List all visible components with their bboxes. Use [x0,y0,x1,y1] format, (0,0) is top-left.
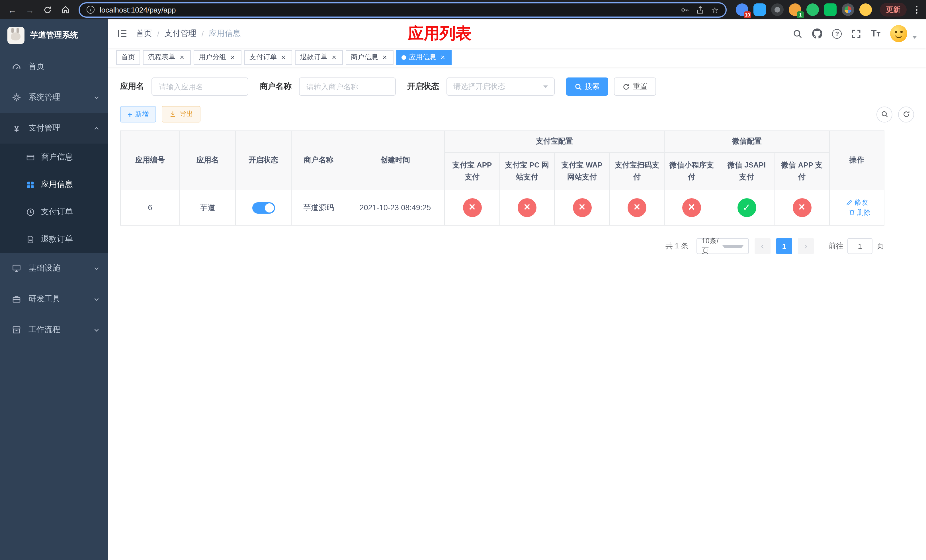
password-key-icon[interactable] [680,5,689,14]
extension-icon[interactable] [842,3,854,16]
tab-merchant-info[interactable]: 商户信息 [346,50,393,65]
sidebar-item-home[interactable]: 首页 [0,51,108,82]
cell-app-name: 芋道 [180,190,236,225]
search-button[interactable]: 搜索 [566,77,608,96]
browser-back-button[interactable]: ← [5,2,20,17]
clock-icon [25,207,35,216]
hamburger-icon[interactable] [117,29,127,38]
table-toolbar: 新增 导出 [120,106,914,123]
config-status-icon [628,198,646,217]
close-icon[interactable] [178,53,186,61]
logo-avatar [8,27,24,44]
sidebar-item-workflow[interactable]: 工作流程 [0,315,108,345]
sidebar-item-label: 支付管理 [29,123,61,133]
extension-icon[interactable] [824,3,837,16]
tab-payment-orders[interactable]: 支付订单 [244,50,292,65]
page-number-button[interactable]: 1 [776,238,792,254]
sidebar-item-system[interactable]: 系统管理 [0,82,108,113]
close-icon[interactable] [381,53,388,61]
chevron-down-icon [722,245,744,248]
help-icon[interactable] [832,29,842,38]
extensions-area: 10 1 [732,3,875,16]
extension-icon[interactable]: 10 [736,3,748,16]
extension-icon[interactable] [859,3,872,16]
browser-menu-button[interactable] [911,2,921,17]
sidebar-item-app-info[interactable]: 应用信息 [0,171,108,198]
extension-icon[interactable] [771,3,784,16]
config-status-icon [737,198,756,217]
avatar-dropdown-caret-icon[interactable] [912,36,917,39]
column-header-wechat-jsapi: 微信 JSAPI 支付 [719,152,774,190]
site-info-icon[interactable] [86,6,95,14]
url-bar[interactable]: localhost:1024/pay/app ☆ [79,2,727,17]
delete-button[interactable]: 删除 [848,207,870,217]
tab-process-form[interactable]: 流程表单 [143,50,191,65]
search-icon[interactable] [793,29,803,38]
goto-page: 前往 页 [829,238,884,254]
breadcrumb-separator: / [157,29,159,38]
page-size-select[interactable]: 10条/页 [696,238,749,254]
edit-button[interactable]: 修改 [846,198,868,207]
tab-app-info[interactable]: 应用信息 [396,50,452,65]
user-avatar[interactable] [890,25,907,42]
goto-suffix-label: 页 [876,241,884,251]
document-icon [25,235,35,244]
app-name-input[interactable] [151,77,248,96]
pagination-total: 共 1 条 [666,241,688,251]
sidebar-item-refund-orders[interactable]: 退款订单 [0,226,108,253]
sidebar-item-payment[interactable]: 支付管理 [0,113,108,144]
close-icon[interactable] [280,53,287,61]
chevron-down-icon [543,85,548,88]
tab-home[interactable]: 首页 [116,50,140,65]
sidebar-item-label: 研发工具 [29,294,61,304]
merchant-name-input[interactable] [299,77,396,96]
sidebar-item-payment-orders[interactable]: 支付订单 [0,198,108,226]
chevron-down-icon [94,265,100,271]
cell-status [236,190,291,225]
status-switch[interactable] [252,202,275,213]
close-icon[interactable] [229,53,236,61]
sidebar-item-merchant-info[interactable]: 商户信息 [0,144,108,171]
browser-forward-button[interactable]: → [22,2,38,17]
browser-reload-button[interactable] [40,2,55,17]
goto-page-input[interactable] [847,238,873,254]
apps-table: 应用编号 应用名 开启状态 商户名称 创建时间 支付宝配置 微信配置 操作 支付… [120,130,884,226]
cell-ops: 修改 删除 [829,190,884,225]
export-button[interactable]: 导出 [162,106,200,123]
share-icon[interactable] [696,5,704,14]
breadcrumb-current: 应用信息 [209,29,241,39]
sidebar-menu: 首页 系统管理 支付管理 [0,51,108,560]
browser-home-button[interactable] [57,2,73,17]
breadcrumb-home[interactable]: 首页 [136,29,152,39]
extension-icon[interactable]: 1 [789,3,801,16]
refresh-table-button[interactable] [898,106,914,122]
column-header-alipay-wap: 支付宝 WAP 网站支付 [554,152,610,190]
extension-icon[interactable] [806,3,819,16]
pagination: 共 1 条 10条/页 1 前往 页 [120,238,884,254]
add-button[interactable]: 新增 [120,106,156,123]
sidebar-item-dev-tools[interactable]: 研发工具 [0,284,108,315]
cell-alipay-qr [610,190,664,225]
config-status-icon [517,198,536,217]
font-size-icon[interactable] [871,29,881,39]
fullscreen-icon[interactable] [852,29,861,38]
reset-button[interactable]: 重置 [614,77,656,96]
bookmark-star-icon[interactable]: ☆ [711,5,719,14]
browser-update-button[interactable]: 更新 [880,3,906,17]
tab-refund-orders[interactable]: 退款订单 [295,50,343,65]
browser-toolbar: ← → localhost:1024/pay/app ☆ 10 [0,0,926,20]
tabs-bar: 首页 流程表单 用户分组 支付订单 [108,48,926,67]
breadcrumb-section[interactable]: 支付管理 [165,29,197,39]
toggle-search-button[interactable] [876,106,893,122]
sidebar-item-infrastructure[interactable]: 基础设施 [0,253,108,284]
extension-badge: 1 [797,11,804,18]
status-label: 开启状态 [407,82,439,92]
close-icon[interactable] [439,53,446,61]
status-select[interactable]: 请选择开启状态 [446,77,555,96]
github-icon[interactable] [813,29,823,39]
extension-icon[interactable] [754,3,766,16]
prev-page-button[interactable] [755,238,770,254]
close-icon[interactable] [330,53,338,61]
next-page-button[interactable] [798,238,814,254]
tab-user-group[interactable]: 用户分组 [194,50,242,65]
